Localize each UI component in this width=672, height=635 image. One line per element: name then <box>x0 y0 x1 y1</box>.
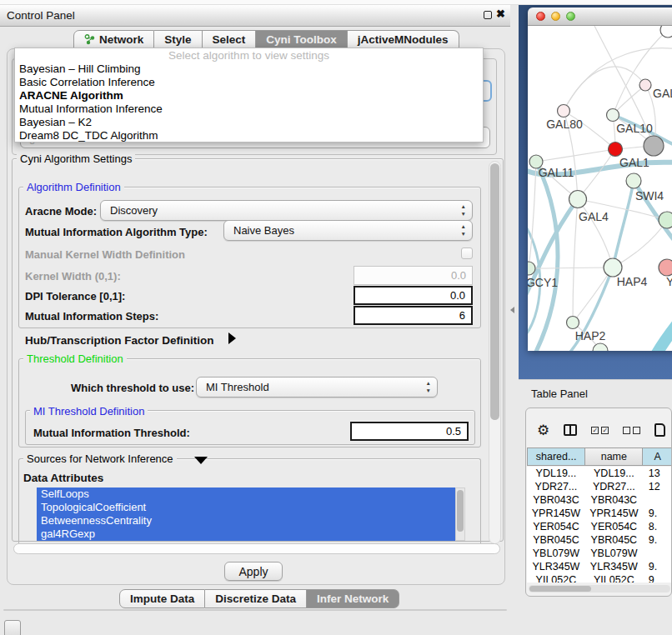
mi-threshold-label: Mutual Information Threshold: <box>33 427 190 439</box>
hub-section-label[interactable]: Hub/Transcription Factor Definition <box>25 334 214 347</box>
tab-impute-data[interactable]: Impute Data <box>119 589 205 608</box>
network-node[interactable] <box>567 317 579 329</box>
close-traffic-light-icon[interactable] <box>536 12 545 21</box>
threshold-definition-title: Threshold Definition <box>23 352 127 365</box>
horizontal-scrollbar[interactable] <box>13 543 500 554</box>
table-cell: 13 <box>643 467 672 480</box>
node-label: SWI4 <box>635 189 664 202</box>
column-header-name[interactable]: name <box>585 448 643 466</box>
column-header-shared[interactable]: shared... <box>527 448 585 466</box>
network-node[interactable] <box>659 212 672 228</box>
table-cell: YDR27... <box>585 480 643 493</box>
mi-threshold-field[interactable]: 0.5 <box>350 422 469 441</box>
table-horizontal-scrollbar-thumb[interactable] <box>529 586 591 592</box>
network-window[interactable]: GALGAL80GAL10GAL1GAL11SWI4GAL4GCY1HAP4YH… <box>528 8 672 351</box>
attribute-list-item[interactable]: TopologicalCoefficient <box>37 501 455 514</box>
tab-label: Impute Data <box>130 592 194 605</box>
network-node[interactable] <box>604 258 622 277</box>
table-row[interactable]: YBL079WYBL079W <box>527 547 672 560</box>
document-icon[interactable] <box>654 423 665 437</box>
tab-jactivemnodules[interactable]: jActiveMNodules <box>348 30 459 48</box>
table-cell: 8. <box>643 520 672 533</box>
table-row[interactable]: YDL19...YDL19...13 <box>527 467 672 480</box>
attribute-list-item[interactable]: SelfLoops <box>37 488 455 501</box>
network-node[interactable] <box>593 343 608 351</box>
network-node[interactable] <box>569 191 587 208</box>
close-icon[interactable]: ✖ <box>496 8 505 20</box>
table-row[interactable]: YLR345WYLR345W9. <box>527 560 672 573</box>
algorithm-option[interactable]: Basic Correlation Inference <box>15 76 483 89</box>
network-window-titlebar[interactable] <box>528 8 672 26</box>
table-row[interactable]: YER054CYER054C8. <box>527 520 672 533</box>
zoom-traffic-light-icon[interactable] <box>566 12 575 21</box>
data-attributes-list[interactable]: SelfLoopsTopologicalCoefficientBetweenne… <box>37 488 455 541</box>
float-window-icon[interactable] <box>484 11 492 19</box>
tab-network[interactable]: Network <box>73 30 154 48</box>
attributes-scrollbar-thumb[interactable] <box>457 490 464 532</box>
network-canvas[interactable]: GALGAL80GAL10GAL1GAL11SWI4GAL4GCY1HAP4YH… <box>528 26 672 351</box>
mini-panel-button[interactable] <box>4 620 21 635</box>
expand-right-icon[interactable] <box>228 332 236 344</box>
table-rows: YDL19...YDL19...13YDR27...YDR27...12YBR0… <box>527 467 672 582</box>
table-cell: YPR145W <box>585 507 643 520</box>
table-row[interactable]: YBR043CYBR043C <box>527 493 672 507</box>
algorithm-option[interactable]: Bayesian – K2 <box>15 116 483 129</box>
table-cell: YPR145W <box>527 507 585 520</box>
minimize-traffic-light-icon[interactable] <box>551 12 560 21</box>
select-all-checkboxes-icon[interactable]: ✓✓ <box>591 427 609 434</box>
column-header-A[interactable]: A <box>643 448 672 466</box>
algorithm-option[interactable]: Dream8 DC_TDC Algorithm <box>15 129 483 142</box>
tab-discretize-data[interactable]: Discretize Data <box>205 589 307 608</box>
node-label: HAP4 <box>617 275 648 288</box>
gear-icon[interactable]: ⚙ <box>537 423 549 438</box>
algorithm-option[interactable]: Bayesian – Hill Climbing <box>15 62 483 76</box>
network-icon <box>84 34 95 45</box>
network-node[interactable] <box>607 109 619 122</box>
network-node[interactable] <box>659 259 672 276</box>
network-node[interactable] <box>558 105 570 118</box>
table-cell: YBR043C <box>527 493 585 507</box>
tab-select[interactable]: Select <box>203 30 257 48</box>
algorithm-definition-title: Algorithm Definition <box>23 181 124 193</box>
node-label: GAL <box>653 87 672 100</box>
tab-infer-network[interactable]: Infer Network <box>307 589 399 608</box>
which-threshold-combo[interactable]: MI Threshold ▲▼ <box>196 377 438 398</box>
table-cell: 12 <box>643 480 672 493</box>
manual-kernel-checkbox[interactable] <box>461 248 473 259</box>
collapse-down-icon[interactable] <box>194 457 208 464</box>
kernel-width-field[interactable]: 0.0 <box>354 266 473 285</box>
node-label: HAP2 <box>575 329 606 342</box>
aracne-mode-combo[interactable]: Discovery ▲▼ <box>100 200 473 221</box>
mi-type-value: Naive Bayes <box>233 224 294 237</box>
table-row[interactable]: YDR27...YDR27...12 <box>527 480 672 493</box>
network-node[interactable] <box>639 79 651 91</box>
settings-scrollbar-thumb[interactable] <box>490 163 499 420</box>
mi-type-combo[interactable]: Naive Bayes ▲▼ <box>223 220 473 241</box>
network-node[interactable] <box>644 136 664 156</box>
table-row[interactable]: YIL052CYIL052C9 <box>527 573 672 582</box>
mi-steps-field[interactable]: 6 <box>354 306 473 325</box>
split-columns-icon[interactable] <box>564 424 577 436</box>
table-cell: YLR345W <box>585 560 643 573</box>
algorithm-option[interactable]: Mutual Information Inference <box>15 102 483 116</box>
network-node[interactable] <box>626 173 641 188</box>
node-label: GAL1 <box>619 156 649 169</box>
tab-style[interactable]: Style <box>154 30 202 48</box>
attribute-list-item[interactable]: gal4RGexp <box>37 528 455 541</box>
deselect-all-checkboxes-icon[interactable] <box>623 427 640 434</box>
spinner-arrows-icon: ▲▼ <box>426 379 431 394</box>
table-cell: YDR27... <box>527 480 585 493</box>
attribute-list-item[interactable]: BetweennessCentrality <box>37 514 455 528</box>
network-node[interactable] <box>609 142 623 157</box>
apply-button[interactable]: Apply <box>224 562 283 581</box>
table-row[interactable]: YBR045CYBR045C9. <box>527 533 672 547</box>
panel-splitter-arrow-icon[interactable] <box>510 307 514 313</box>
dpi-tolerance-field[interactable]: 0.0 <box>354 286 473 305</box>
table-row[interactable]: YPR145WYPR145W9. <box>527 507 672 520</box>
network-edges-gray <box>529 26 672 351</box>
table-cell: YBR045C <box>585 533 643 547</box>
table-cell: YLR345W <box>527 560 585 573</box>
algorithm-option[interactable]: ARACNE Algorithm <box>15 89 483 102</box>
table-cell: YER054C <box>585 520 643 533</box>
tab-cyni-toolbox[interactable]: Cyni Toolbox <box>256 30 348 48</box>
